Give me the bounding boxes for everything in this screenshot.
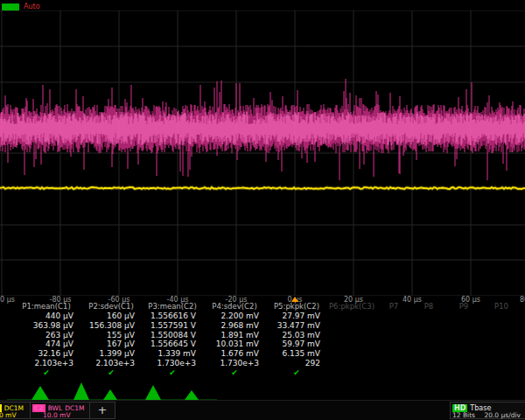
table-cell (327, 331, 376, 340)
measurement-trend-icons (7, 376, 217, 401)
table-cell (411, 340, 446, 349)
table-cell (376, 321, 411, 331)
crosshair-icon: + (98, 403, 108, 416)
timebase-scale: 20.0 µs/div (484, 411, 521, 419)
table-cell (327, 349, 376, 359)
channel-c2-descriptor[interactable]: C2 BWL DC1M 10.0 mV (30, 402, 91, 419)
table-cell (446, 312, 481, 321)
status-check (446, 368, 481, 378)
graticule (0, 10, 525, 296)
table-cell: 2.103e+3 (12, 359, 80, 368)
timebase-descriptor[interactable]: HD Tbase 12 Bits 20.0 µs/div (450, 402, 525, 419)
measurement-header[interactable]: P4:sdev(C2) (203, 302, 266, 312)
measurement-header[interactable]: P6:pkpk(C3) (327, 302, 376, 312)
status-check: ✔ (266, 368, 327, 378)
measurement-header[interactable]: P9 (446, 302, 481, 312)
measurement-header[interactable]: P10 (481, 302, 522, 312)
table-cell (327, 359, 376, 368)
table-cell: 1.730e+3 (142, 359, 203, 368)
table-cell (481, 312, 522, 321)
table-cell (446, 340, 481, 349)
table-cell: 363.98 µV (12, 321, 80, 331)
c2-scale: 10.0 mV (43, 412, 88, 419)
measurement-header[interactable]: P3:mean(C2) (142, 302, 203, 312)
table-cell (411, 321, 446, 331)
measurement-table: P1:mean(C1)P2:sdev(C1)P3:mean(C2)P4:sdev… (12, 302, 522, 378)
trend-peak (74, 382, 89, 400)
trigger-status-text: Auto (24, 4, 40, 10)
table-cell: 1.557591 V (142, 321, 203, 331)
c1-trace (0, 187, 525, 189)
measurement-header[interactable]: P5:pkpk(C2) (266, 302, 327, 312)
table-cell (481, 331, 522, 340)
table-cell: 1.676 mV (203, 349, 266, 359)
table-cell: 167 µV (80, 340, 142, 349)
table-cell: 474 µV (12, 340, 80, 349)
table-cell (446, 349, 481, 359)
table-cell (376, 359, 411, 368)
status-check (481, 368, 522, 378)
table-cell: 292 (266, 359, 327, 368)
table-cell: 33.477 mV (266, 321, 327, 331)
measurement-header[interactable]: P8 (411, 302, 446, 312)
table-cell: 32.16 µV (12, 349, 80, 359)
table-cell (376, 349, 411, 359)
table-cell: 156.308 µV (80, 321, 142, 331)
table-cell: 2.103e+3 (80, 359, 142, 368)
table-cell (376, 340, 411, 349)
oscilloscope-screen: Auto -100 µs-80 µs-60 µs-40 µs-20 µs0 µs… (0, 0, 525, 420)
table-cell: 440 µV (12, 312, 80, 321)
table-cell: 27.97 mV (266, 312, 327, 321)
table-cell (376, 331, 411, 340)
trend-peak (185, 390, 199, 400)
table-cell: 263 µV (12, 331, 80, 340)
table-cell (481, 359, 522, 368)
table-cell (411, 331, 446, 340)
status-led-icon (2, 4, 19, 10)
table-cell: 59.97 mV (266, 340, 327, 349)
table-cell: 2.968 mV (203, 321, 266, 331)
status-check (376, 368, 411, 378)
cursor-box[interactable]: + (89, 402, 116, 419)
table-cell (327, 321, 376, 331)
table-cell: 1.891 mV (203, 331, 266, 340)
table-cell: 1.730e+3 (203, 359, 266, 368)
status-check (411, 368, 446, 378)
table-cell (446, 321, 481, 331)
trend-peak (145, 385, 161, 400)
measurement-header[interactable]: P1:mean(C1) (12, 302, 80, 312)
table-cell (327, 312, 376, 321)
table-cell: 6.135 mV (266, 349, 327, 359)
table-cell: 1.556645 V (142, 340, 203, 349)
table-cell: 1.399 µV (80, 349, 142, 359)
table-cell: 10.031 mV (203, 340, 266, 349)
status-check (327, 368, 376, 378)
table-cell: 1.339 mV (142, 349, 203, 359)
table-cell (481, 349, 522, 359)
table-cell (327, 340, 376, 349)
table-cell (481, 321, 522, 331)
table-cell (446, 331, 481, 340)
waveform-display[interactable] (0, 10, 525, 296)
table-cell (411, 359, 446, 368)
waveform-svg (0, 10, 525, 296)
table-cell (446, 359, 481, 368)
table-cell: 1.556616 V (142, 312, 203, 321)
table-cell (376, 312, 411, 321)
table-cell (411, 349, 446, 359)
table-cell (411, 312, 446, 321)
timebase-bits: 12 Bits (452, 411, 475, 419)
table-cell: 2.200 mV (203, 312, 266, 321)
measurement-header[interactable]: P2:sdev(C1) (80, 302, 142, 312)
trend-peak (32, 386, 49, 400)
table-cell: 25.03 mV (266, 331, 327, 340)
table-cell: 1.550084 V (142, 331, 203, 340)
table-cell (481, 340, 522, 349)
trend-peak (103, 389, 117, 400)
measurement-header[interactable]: P7 (376, 302, 411, 312)
table-cell: 160 µV (80, 312, 142, 321)
table-cell: 155 µV (80, 331, 142, 340)
